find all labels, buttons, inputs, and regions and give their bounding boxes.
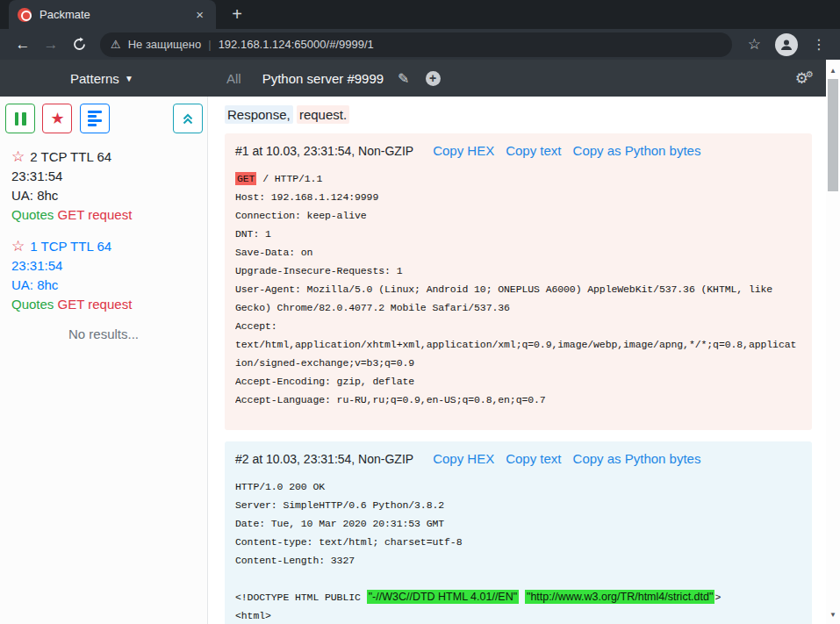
stream-item-title-row: ☆1 TCP TTL 64 [11,237,200,256]
stream-list-item[interactable]: ☆1 TCP TTL 6423:31:54UA: 8hcQuotes GET r… [0,237,207,314]
packet-text: <!DOCTYPE HTML PUBLIC [235,592,367,603]
copy-action-link[interactable]: Copy HEX [433,451,494,466]
packet-text [519,592,525,603]
packet-text: <html> [235,610,271,621]
tab-title: Packmate [39,8,192,21]
packet-text: / HTTP/1.1 [256,173,322,184]
match-highlight: GET [235,172,256,185]
packet-text: HTTP/1.0 200 OK [235,481,325,492]
scroll-up-icon[interactable]: ▲ [826,67,840,75]
favorites-filter-button[interactable]: ★ [42,104,72,133]
filter-term: Response, [225,105,293,124]
copy-action-link[interactable]: Copy HEX [433,143,494,158]
stream-sidebar: ★ ☆2 TCP TTL 6423:31:54UA: 8hcQuotes GET… [0,97,208,624]
packet-meta: #2 at 10.03, 23:31:54, Non-GZIP [235,452,413,466]
packet-text: Host: 192.168.1.124:9999 [235,191,378,203]
person-icon [779,38,793,52]
packet-line: Content-Length: 3327 [235,551,801,570]
match-highlight: "-//W3C//DTD HTML 4.01//EN" [367,590,520,604]
stream-list-item[interactable]: ☆2 TCP TTL 6423:31:54UA: 8hcQuotes GET r… [0,147,207,225]
app-header: Patterns ▼ All Python server #9999 ✎ + ⚙… [0,60,826,97]
packet-card-request: #1 at 10.03, 23:31:54, Non-GZIPCopy HEXC… [225,133,812,430]
packet-line: HTTP/1.0 200 OK [235,477,801,496]
browser-toolbar: ← → ⚠ Не защищено | 192.168.1.124:65000/… [0,29,840,60]
browser-tab[interactable]: Packmate × [9,0,216,29]
vertical-scrollbar[interactable]: ▲ ▼ [826,60,840,624]
profile-avatar[interactable] [775,33,798,56]
packet-text: Accept-Language: ru-RU,ru;q=0.9,en-US;q=… [235,394,546,405]
stream-item-ua: UA: 8hc [11,186,200,205]
forward-icon[interactable]: → [39,33,62,56]
packet-line: Content-type: text/html; charset=utf-8 [235,533,801,551]
url-text[interactable]: 192.168.1.124:65000/#/9999/1 [219,38,374,51]
copy-action-link[interactable]: Copy as Python bytes [573,451,701,466]
tab-close-icon[interactable]: × [192,6,207,23]
reload-icon[interactable] [68,33,90,56]
packet-text: Accept-Encoding: gzip, deflate [235,376,414,387]
packet-text: Date: Tue, 10 Mar 2020 20:31:53 GMT [235,518,444,529]
edit-pattern-icon[interactable]: ✎ [398,70,409,87]
packet-line: Save-Data: on [235,243,801,262]
packet-text: > [714,592,721,603]
back-icon[interactable]: ← [11,33,34,56]
new-tab-button[interactable]: + [225,2,249,26]
packet-line: <!DOCTYPE HTML PUBLIC "-//W3C//DTD HTML … [235,588,801,606]
packet-body: GET / HTTP/1.1Host: 192.168.1.124:9999Co… [235,169,801,409]
patterns-label: Patterns [70,71,119,86]
stream-item-time: 23:31:54 [11,167,200,186]
packet-line: Accept: [235,317,801,335]
tab-all[interactable]: All [226,71,241,86]
packet-line: Accept-Encoding: gzip, deflate [235,372,801,391]
packet-card-response: #2 at 10.03, 23:31:54, Non-GZIPCopy HEXC… [225,441,812,624]
filter-term: request. [297,105,349,124]
stream-list: ☆2 TCP TTL 6423:31:54UA: 8hcQuotes GET r… [0,147,207,314]
packmate-favicon-icon [18,8,32,22]
packet-line: Connection: keep-alive [235,206,801,225]
packet-text: Gecko) Chrome/82.0.4077.2 Mobile Safari/… [235,302,510,313]
copy-action-link[interactable]: Copy text [506,451,561,466]
browser-menu-icon[interactable]: ⋮ [812,36,826,53]
packet-text: Upgrade-Insecure-Requests: 1 [235,265,402,276]
packet-header: #1 at 10.03, 23:31:54, Non-GZIPCopy HEXC… [235,143,801,158]
packet-text: DNT: 1 [235,228,271,240]
match-highlight: "http://www.w3.org/TR/html4/strict.dtd" [525,590,714,604]
packet-text: ion/signed-exchange;v=b3;q=0.9 [235,357,414,369]
sidebar-toolbar: ★ [0,97,207,133]
bookmark-star-icon[interactable]: ☆ [748,35,761,54]
stream-item-tags: Quotes GET request [11,205,200,225]
security-label[interactable]: Не защищено [128,38,202,51]
reload-icon-svg [72,37,87,52]
collapse-sidebar-button[interactable] [173,104,203,133]
packet-view: Response, request. #1 at 10.03, 23:31:54… [209,97,826,624]
packet-line: Accept-Language: ru-RU,ru;q=0.9,en-US;q=… [235,391,801,409]
packet-text: Accept: [235,320,277,332]
packet-line: GET / HTTP/1.1 [235,169,801,188]
scroll-down-icon[interactable]: ▼ [826,611,840,619]
tab-current-pattern[interactable]: Python server #9999 [262,71,384,86]
packet-body: HTTP/1.0 200 OKServer: SimpleHTTP/0.6 Py… [235,477,801,624]
packet-line [235,570,801,588]
copy-action-link[interactable]: Copy as Python bytes [573,143,701,158]
pause-capture-button[interactable] [5,104,35,133]
stream-item-title: 2 TCP TTL 64 [30,147,111,167]
scrollbar-thumb[interactable] [828,79,838,191]
filter-text[interactable]: Response, request. [225,105,812,125]
packet-line: Upgrade-Insecure-Requests: 1 [235,262,801,280]
packet-text: text/html,application/xhtml+xml,applicat… [235,339,796,350]
copy-action-link[interactable]: Copy text [506,143,561,158]
packet-line: Gecko) Chrome/82.0.4077.2 Mobile Safari/… [235,298,801,317]
align-left-icon [88,111,102,126]
favorite-star-icon[interactable]: ☆ [11,147,25,167]
packet-line: text/html,application/xhtml+xml,applicat… [235,335,801,354]
stream-item-title-row: ☆2 TCP TTL 64 [11,147,200,167]
list-view-button[interactable] [80,104,110,133]
packet-list: #1 at 10.03, 23:31:54, Non-GZIPCopy HEXC… [225,133,812,624]
packet-line: DNT: 1 [235,225,801,243]
address-bar[interactable]: ⚠ Не защищено | 192.168.1.124:65000/#/99… [100,32,732,57]
stream-item-title: 1 TCP TTL 64 [30,237,111,256]
patterns-dropdown[interactable]: Patterns ▼ [70,60,133,97]
packet-line: Host: 192.168.1.124:9999 [235,188,801,206]
add-pattern-icon[interactable]: + [426,71,441,86]
settings-gears-icon[interactable]: ⚙ ⚙ [795,60,814,97]
favorite-star-icon[interactable]: ☆ [11,237,25,256]
